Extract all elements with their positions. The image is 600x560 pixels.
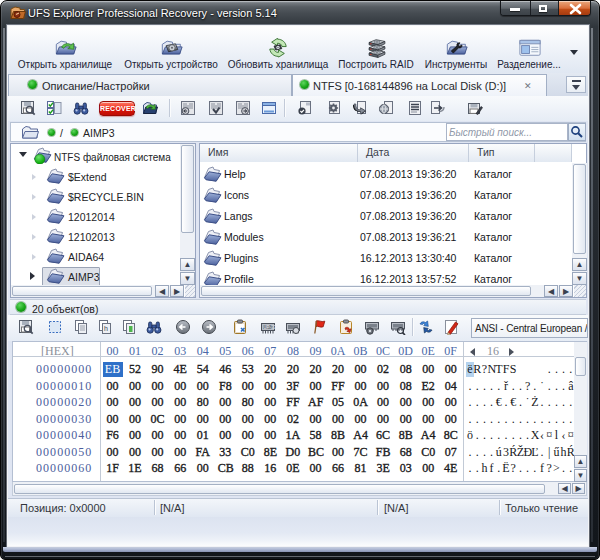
- svg-text:h: h: [104, 325, 108, 332]
- svg-text:UP-33: UP-33: [263, 325, 276, 330]
